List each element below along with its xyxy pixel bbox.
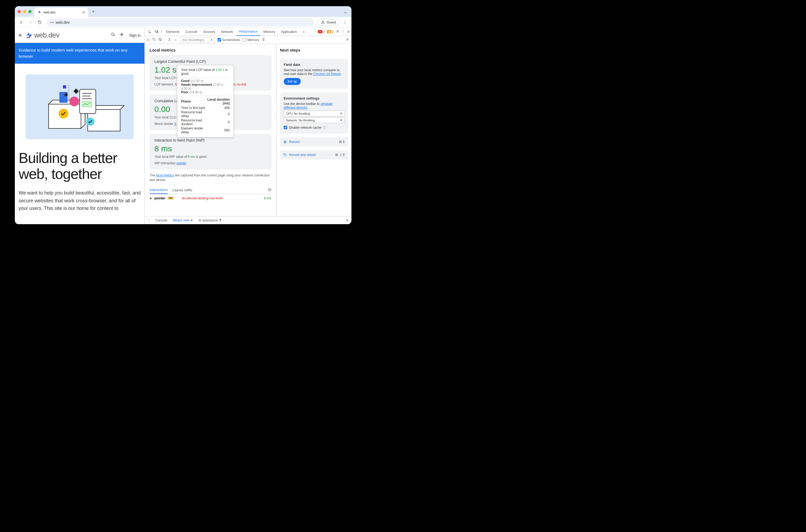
clear-icon[interactable]	[158, 38, 162, 42]
record-action[interactable]: Record ⌘ E	[280, 137, 348, 147]
memory-checkbox[interactable]: Memory	[243, 38, 259, 42]
tab-sources[interactable]: Sources	[201, 28, 218, 36]
site-logo[interactable]: web.dev	[26, 31, 59, 39]
profile-button[interactable]: Guest	[317, 19, 340, 26]
error-badge[interactable]: ✕2	[318, 30, 325, 34]
gear-icon[interactable]	[336, 30, 340, 34]
interaction-duration: 8 ms	[264, 196, 271, 200]
interaction-selector[interactable]: div.devsite-landing-row-inner	[182, 196, 223, 200]
sign-in-link[interactable]: Sign in	[129, 33, 140, 38]
devtools-drawer: ⋮ Console What's new ✕ AI assistance ⚗ ✕	[145, 216, 352, 224]
svg-point-26	[337, 31, 338, 32]
inp-tag: INP	[168, 197, 174, 200]
close-window-button[interactable]	[18, 10, 21, 13]
close-whatsnew-icon: ✕	[190, 218, 193, 222]
more-tabs-icon[interactable]: »	[300, 28, 307, 36]
svg-point-14	[69, 97, 79, 106]
forward-button[interactable]	[27, 19, 34, 26]
expand-icon[interactable]: ▶	[150, 197, 152, 200]
svg-point-12	[64, 93, 68, 96]
capture-settings-icon[interactable]	[345, 38, 349, 42]
local-metrics-panel: Local metrics Largest Contentful Paint (…	[145, 44, 276, 216]
browser-tab-bar: web.dev ✕ + ⌄	[15, 6, 352, 17]
site-settings-icon[interactable]: ⊶	[50, 20, 53, 24]
field-data-card: Field data See how your local metrics co…	[280, 59, 348, 89]
metrics-caption: The local metrics are captured from the …	[150, 173, 271, 183]
search-icon[interactable]	[111, 32, 115, 38]
subtab-layout-shifts[interactable]: Layout shifts	[172, 186, 192, 194]
hero-body: We want to help you build beautiful, acc…	[19, 189, 140, 212]
more-icon[interactable]: ⋮	[342, 30, 345, 34]
close-tab-icon[interactable]: ✕	[82, 11, 85, 14]
drawer-whatsnew-tab[interactable]: What's new ✕	[172, 218, 193, 222]
lcp-title: Largest Contentful Paint (LCP)	[154, 59, 267, 64]
devtools-panel: Elements Console Sources Network Perform…	[145, 28, 352, 224]
maximize-window-button[interactable]	[29, 10, 32, 13]
record-button[interactable]	[147, 39, 150, 41]
lcp-tooltip: Your local LCP value of 1.02 s is good. …	[177, 65, 234, 137]
inp-interaction-link[interactable]: pointer	[176, 161, 187, 165]
reload-button[interactable]	[36, 19, 43, 26]
svg-point-1	[26, 36, 29, 38]
upload-icon[interactable]	[168, 38, 171, 42]
tab-console[interactable]: Console	[183, 28, 200, 36]
tab-elements[interactable]: Elements	[163, 28, 182, 36]
tab-memory[interactable]: Memory	[261, 28, 278, 36]
cpu-throttling-select[interactable]: CPU: No throttling▾	[284, 111, 344, 116]
tab-performance[interactable]: Performance	[236, 28, 260, 36]
subtab-interactions[interactable]: Interactions	[150, 186, 168, 194]
back-button[interactable]	[18, 19, 25, 26]
hero-title: Building a better web, together	[19, 150, 140, 182]
metrics-subtabs: Interactions Layout shifts	[150, 186, 271, 194]
performance-toolbar: (no recordings)▾ Screenshots Memory	[145, 36, 352, 44]
disable-cache-checkbox[interactable]: Disable network cache ⓘ	[284, 125, 344, 130]
hero-illustration	[26, 74, 134, 139]
url-text: web.dev	[56, 20, 70, 24]
tab-list-chevron-icon[interactable]: ⌄	[344, 9, 347, 14]
svg-point-0	[322, 21, 324, 22]
new-tab-button[interactable]: +	[90, 8, 97, 15]
browser-menu-button[interactable]: ⋮	[341, 19, 349, 26]
garbage-collect-icon[interactable]	[262, 38, 265, 42]
svg-point-28	[347, 39, 348, 40]
drawer-menu-icon[interactable]: ⋮	[147, 218, 151, 222]
environment-settings-card: Environment settings Use the device tool…	[280, 93, 348, 134]
clear-interactions-icon[interactable]	[268, 188, 271, 192]
close-drawer-icon[interactable]: ✕	[346, 218, 349, 222]
reload-record-icon[interactable]	[152, 38, 156, 42]
devtools-tab-strip: Elements Console Sources Network Perform…	[145, 28, 352, 36]
browser-tab[interactable]: web.dev ✕	[34, 8, 88, 17]
page-header: ≡ web.dev Sign in	[15, 28, 145, 43]
drawer-ai-tab[interactable]: AI assistance ⚗	[198, 218, 222, 222]
theme-toggle-icon[interactable]	[119, 32, 124, 38]
svg-point-4	[121, 34, 123, 35]
tab-application[interactable]: Application	[278, 28, 300, 36]
device-toolbar-icon[interactable]	[153, 30, 160, 34]
close-devtools-icon[interactable]: ✕	[347, 30, 350, 34]
recordings-dropdown[interactable]: (no recordings)▾	[180, 37, 215, 43]
tab-network[interactable]: Network	[218, 28, 236, 36]
drawer-console-tab[interactable]: Console	[155, 218, 168, 222]
screenshots-checkbox[interactable]: Screenshots	[218, 38, 240, 42]
url-input[interactable]: ⊶ web.dev	[47, 18, 314, 26]
address-bar: ⊶ web.dev Guest ⋮	[15, 17, 352, 28]
interaction-row[interactable]: ▶ pointer INP div.devsite-landing-row-in…	[150, 194, 271, 202]
next-steps-panel: Next steps Field data See how your local…	[276, 44, 352, 216]
network-throttling-select[interactable]: Network: No throttling▾	[284, 117, 344, 123]
flask-icon: ⚗	[219, 218, 222, 222]
download-icon[interactable]	[174, 38, 177, 42]
record-icon	[283, 140, 287, 144]
person-icon	[321, 20, 325, 24]
warning-badge[interactable]: ■2	[327, 30, 334, 34]
hamburger-icon[interactable]: ≡	[19, 32, 22, 38]
svg-point-31	[284, 141, 286, 143]
page-banner: Guidance to build modern web experiences…	[15, 43, 145, 64]
local-metrics-link[interactable]: local metrics	[156, 173, 174, 177]
setup-button[interactable]: Set up	[284, 78, 301, 85]
help-icon[interactable]: ⓘ	[323, 125, 326, 130]
crux-link[interactable]: Chrome UX Report	[313, 72, 341, 76]
minimize-window-button[interactable]	[23, 10, 26, 13]
inspect-element-icon[interactable]	[146, 30, 153, 34]
svg-rect-19	[82, 101, 92, 107]
record-reload-action[interactable]: Record and reload ⌘ ⇧ E	[280, 150, 348, 159]
